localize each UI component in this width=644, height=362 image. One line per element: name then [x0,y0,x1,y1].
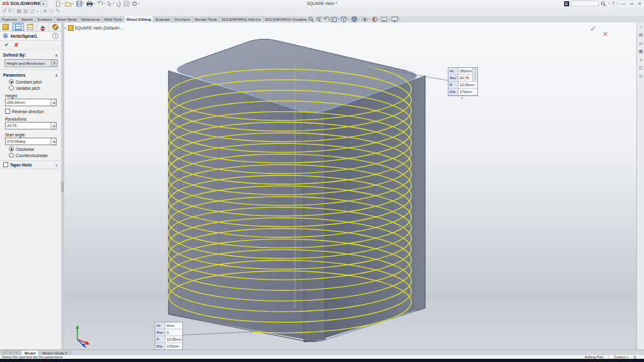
tab-evaluate[interactable]: Evaluate [153,16,172,23]
configuration-manager-tab-icon[interactable] [25,23,37,31]
checkbox-icon[interactable] [3,162,8,167]
confirm-cancel-icon[interactable]: ✕ [602,30,608,38]
helix-end-point[interactable] [250,331,253,333]
property-manager-tab-icon[interactable] [13,23,25,31]
tab-solidworks-add-ins[interactable]: SOLIDWORKS Add-Ins [219,16,264,23]
spin-down-icon[interactable]: ▾ [51,128,56,131]
help-icon[interactable]: ? [612,1,614,6]
tab-sketch[interactable]: Sketch [19,16,35,23]
graphics-viewport[interactable]: ▸ SQUARE Helix (Default<... ✔ ✕ [64,23,636,349]
toolbar2-annotate-icon[interactable]: ✎ [56,8,60,15]
solidworks-forum-icon[interactable]: ◎ [637,72,644,80]
toolbar2-undo-icon[interactable]: ↺ [2,8,6,15]
hide-show-items-icon[interactable]: ▾ [361,16,370,23]
clockwise-radio[interactable]: Clockwise [9,146,61,151]
splitter-handle[interactable] [61,181,64,192]
start-angle-spinner[interactable]: ▴▾ [50,138,56,145]
tab-features[interactable]: Features [0,16,19,23]
custom-properties-icon[interactable]: ◫ [637,63,644,72]
revolutions-field[interactable]: 20.75 ▴▾ [5,122,57,129]
previous-view-icon[interactable] [323,16,330,23]
parameters-section-header[interactable]: Parameters ∧ [0,72,61,78]
start-angle-field[interactable]: 270.00deg ▴▾ [5,138,57,145]
tab-mold-tools[interactable]: Mold Tools [103,16,125,23]
tab-weldments[interactable]: Weldments [79,16,103,23]
display-style-icon[interactable]: ▾ [351,16,360,23]
revolutions-spinner[interactable]: ▴▾ [50,123,56,129]
file-explorer-icon[interactable]: ▭ [637,39,644,47]
checkbox-icon[interactable] [5,109,10,114]
tab-dimxpert[interactable]: DimXpert [173,16,193,23]
display-manager-tab-icon[interactable] [49,23,61,31]
helix-bottom-callout[interactable]: Ht: 0mm Rev: 0 P: 12.05mm Dia: 170mm [155,322,183,350]
tab-solidworks-visualize[interactable]: SOLIDWORKS Visualize [264,16,309,23]
defined-by-section-header[interactable]: Defined By: ∧ [0,52,61,58]
minimize-button[interactable]: — [620,0,626,7]
close-button[interactable]: ✕ [636,0,643,7]
taper-helix-section[interactable]: Taper Helix ∨ [0,160,61,169]
panel-splitter[interactable] [61,23,64,349]
radio-icon[interactable] [9,146,14,151]
tab-direct-editing[interactable]: Direct Editing [125,16,153,23]
apply-scene-icon[interactable]: ▾ [381,16,389,23]
solidworks-resources-icon[interactable]: ⌂ [637,23,644,31]
height-value[interactable]: 250.00mm [6,99,50,106]
view-settings-icon[interactable]: ▾ [391,16,400,23]
callout-value[interactable]: 20.75 [458,75,472,81]
defined-by-dropdown[interactable]: Height and Revolution ▾ [4,59,58,67]
tab-sheet-metal[interactable]: Sheet Metal [55,16,79,23]
confirm-ok-icon[interactable]: ✔ [590,24,597,33]
cancel-button[interactable]: ✘ [14,42,19,48]
height-field[interactable]: 250.00mm ▴▾ [5,99,57,106]
radio-icon[interactable] [9,85,14,90]
appearances-scenes-icon[interactable]: ● [637,55,644,63]
expand-icon[interactable]: ∨ [55,163,58,167]
variable-pitch-radio[interactable]: Variable pitch [9,85,61,90]
edit-appearance-icon[interactable]: ▾ [372,16,380,23]
feature-tree-flyout[interactable]: ▸ SQUARE Helix (Default<... [65,25,123,31]
restore-button[interactable]: ▭ [628,0,635,7]
start-angle-value[interactable]: 270.00deg [6,138,50,145]
toolbar2-panels-icon[interactable]: ◫ [30,8,35,15]
radio-icon[interactable] [9,153,14,158]
spin-down-icon[interactable]: ▾ [51,144,56,147]
dropdown-caret-icon[interactable]: ▾ [51,60,57,67]
search-input[interactable] [571,1,599,6]
zoom-to-area-icon[interactable] [316,16,322,23]
radio-icon[interactable] [9,79,14,84]
tree-expand-icon[interactable]: ▸ [65,26,67,30]
revolutions-value[interactable]: 20.75 [6,123,50,129]
toolbar2-insert-block-icon[interactable]: ⊞ [43,8,47,15]
toolbar2-caret-icon[interactable]: ▾ [37,10,38,13]
search-caret-icon[interactable]: ▾ [609,2,610,5]
constant-pitch-radio[interactable]: Constant pitch [9,79,61,84]
height-spinner[interactable]: ▴▾ [50,99,56,106]
value-spinner[interactable]: ▴▾ [472,68,477,74]
help-caret-icon[interactable]: ▾ [617,2,618,5]
dimxpert-manager-tab-icon[interactable] [37,23,50,31]
tab-render-tools[interactable]: Render Tools [193,16,219,23]
helix-start-point[interactable] [367,65,370,68]
zoom-to-fit-icon[interactable] [308,16,314,23]
toolbar2-redo-icon[interactable]: ↻ [8,8,13,15]
helix-top-callout[interactable]: Ht: 250mm ▴▾ Rev: 20.75 ▴▾ P: 12.05mm Di… [448,67,478,96]
pm-help-icon[interactable]: ? [52,33,58,39]
view-orientation-icon[interactable]: ▾ [340,16,349,23]
collapse-icon[interactable]: ∧ [55,73,58,77]
section-view-icon[interactable]: ▾ [331,16,339,23]
toolbar2-copy-icon[interactable]: ▭ [49,8,54,15]
spin-down-icon[interactable]: ▾ [51,105,56,108]
feature-tree-tab-icon[interactable] [0,23,13,31]
ok-button[interactable]: ✔ [4,42,9,48]
tab-surfaces[interactable]: Surfaces [35,16,55,23]
toolbar2-list-view-icon[interactable]: ▤ [23,8,28,15]
collapse-icon[interactable]: ∧ [55,53,58,57]
callout-value[interactable]: 250mm [458,68,472,74]
design-library-icon[interactable]: ▤ [637,31,644,39]
view-palette-icon[interactable]: ▦ [637,47,644,55]
counterclockwise-radio[interactable]: Counterclockwise [9,153,61,158]
callout-collapse-icon[interactable]: ∧ [461,96,464,100]
toolbar2-grid-view-icon[interactable]: ▦ [16,8,21,15]
spin-down-icon[interactable]: ▾ [473,78,477,81]
value-spinner[interactable]: ▴▾ [472,75,477,81]
